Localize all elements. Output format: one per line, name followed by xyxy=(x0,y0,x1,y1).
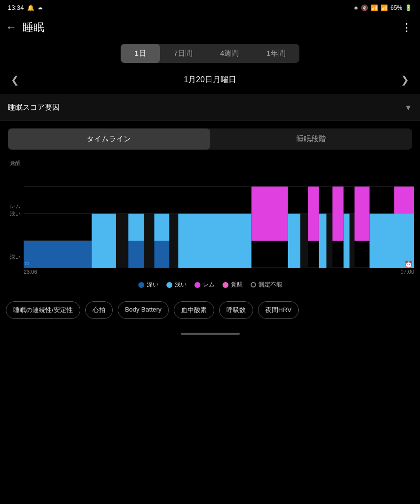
legend-dot-unknown xyxy=(251,282,256,287)
legend-unknown: 測定不能 xyxy=(251,281,282,289)
chip-nighttime-hrv[interactable]: 夜間HRV xyxy=(258,301,299,319)
section-title: 睡眠スコア要因 xyxy=(8,103,60,112)
status-icon2: ☁ xyxy=(37,4,43,11)
svg-text:ᶻᶻ: ᶻᶻ xyxy=(25,260,30,268)
battery-label: 65% xyxy=(390,4,402,11)
next-date-button[interactable]: ❯ xyxy=(396,71,414,89)
legend-dot-light xyxy=(166,282,172,288)
bottom-nav-indicator xyxy=(181,333,240,335)
status-time: 13:34 🔔 ☁ xyxy=(8,4,43,11)
chart-canvas: ᶻᶻ ⏰ 23:06 07:00 xyxy=(24,159,414,275)
svg-rect-21 xyxy=(344,214,350,268)
svg-rect-18 xyxy=(319,214,326,268)
svg-rect-6 xyxy=(116,214,128,268)
wifi-icon: 📶 xyxy=(371,4,378,11)
chip-sleep-continuity[interactable]: 睡眠の連続性/安定性 xyxy=(6,301,80,319)
y-label-light: 浅い xyxy=(6,210,21,218)
chips-row: 睡眠の連続性/安定性 心拍 Body Battery 血中酸素 呼吸数 夜間HR… xyxy=(0,297,420,329)
sleep-chart-area: 覚醒 レム 浅い 深い xyxy=(6,159,414,275)
legend-dot-rem xyxy=(194,282,200,288)
page-title: 睡眠 xyxy=(23,20,44,35)
status-right-icons: ∗ 🔇 📶 📶 65% 🔋 xyxy=(354,4,412,11)
chevron-down-icon: ▼ xyxy=(404,103,412,112)
chip-heart-rate[interactable]: 心拍 xyxy=(85,301,113,319)
tab-7days[interactable]: 7日間 xyxy=(160,44,206,63)
header-left: ← 睡眠 xyxy=(6,20,44,35)
legend-label-unknown: 測定不能 xyxy=(258,281,282,289)
sleep-chart-svg: ᶻᶻ ⏰ xyxy=(24,159,414,268)
y-label-rem: レム xyxy=(6,203,21,210)
legend-label-light: 浅い xyxy=(175,281,187,289)
date-navigation: ❮ 1月20日月曜日 ❯ xyxy=(0,69,420,94)
time-label: 13:34 xyxy=(8,4,24,11)
header: ← 睡眠 ⋮ xyxy=(0,15,420,40)
legend-light: 浅い xyxy=(166,281,187,289)
legend-label-rem: レム xyxy=(203,281,215,289)
svg-rect-20 xyxy=(332,187,343,241)
bluetooth-icon: ∗ xyxy=(354,4,358,11)
divider-mid xyxy=(0,120,420,121)
legend-dot-awake xyxy=(223,282,228,288)
svg-rect-13 xyxy=(178,214,251,268)
legend-rem: レム xyxy=(194,281,215,289)
period-tabs: 1日 7日間 4週間 1年間 xyxy=(121,44,299,63)
legend-label-awake: 覚醒 xyxy=(231,281,243,289)
legend-awake: 覚醒 xyxy=(223,281,243,289)
prev-date-button[interactable]: ❮ xyxy=(6,71,24,89)
svg-rect-16 xyxy=(300,214,308,268)
start-time: 23:06 xyxy=(24,269,37,275)
sub-tab-group: タイムライン 睡眠段階 xyxy=(8,128,412,150)
y-axis: 覚醒 レム 浅い 深い xyxy=(6,159,24,275)
chip-body-battery[interactable]: Body Battery xyxy=(118,301,169,319)
tab-1day[interactable]: 1日 xyxy=(121,44,160,63)
tab-timeline[interactable]: タイムライン xyxy=(8,128,210,150)
svg-rect-19 xyxy=(326,214,332,268)
svg-rect-8 xyxy=(128,214,144,241)
svg-rect-12 xyxy=(169,214,178,268)
back-button[interactable]: ← xyxy=(6,21,17,34)
chip-respiration[interactable]: 呼吸数 xyxy=(219,301,253,319)
chart-legend: 深い 浅い レム 覚醒 測定不能 xyxy=(0,281,420,289)
svg-rect-4 xyxy=(24,241,92,268)
legend-deep: 深い xyxy=(138,281,159,289)
chip-blood-oxygen[interactable]: 血中酸素 xyxy=(174,301,214,319)
status-bar: 13:34 🔔 ☁ ∗ 🔇 📶 📶 65% 🔋 xyxy=(0,0,420,15)
svg-rect-15 xyxy=(288,214,300,268)
svg-text:⏰: ⏰ xyxy=(404,260,413,268)
svg-rect-24 xyxy=(370,214,414,268)
svg-rect-17 xyxy=(308,187,319,241)
more-button[interactable]: ⋮ xyxy=(401,21,412,34)
battery-icon: 🔋 xyxy=(405,4,412,11)
end-time: 07:00 xyxy=(400,269,414,275)
mute-icon: 🔇 xyxy=(361,4,368,11)
tab-1year[interactable]: 1年間 xyxy=(253,44,299,63)
svg-rect-23 xyxy=(355,187,370,241)
tab-4weeks[interactable]: 4週間 xyxy=(206,44,253,63)
svg-rect-14 xyxy=(252,187,288,241)
svg-rect-9 xyxy=(144,214,154,268)
legend-label-deep: 深い xyxy=(147,281,159,289)
y-label-deep: 深い xyxy=(6,253,21,261)
time-labels: 23:06 07:00 xyxy=(24,269,414,275)
current-date: 1月20日月曜日 xyxy=(184,75,236,85)
chart-wrapper: 覚醒 レム 浅い 深い xyxy=(6,159,414,275)
alarm-status-icon: 🔔 xyxy=(27,4,34,11)
period-tab-group: 1日 7日間 4週間 1年間 xyxy=(8,44,412,63)
legend-dot-deep xyxy=(138,282,144,288)
svg-rect-25 xyxy=(394,187,414,214)
svg-rect-7 xyxy=(128,241,144,268)
signal-icon: 📶 xyxy=(381,4,388,11)
tab-sleep-stages[interactable]: 睡眠段階 xyxy=(210,128,413,150)
svg-rect-10 xyxy=(154,241,169,268)
y-label-awake: 覚醒 xyxy=(6,159,21,167)
svg-rect-11 xyxy=(154,214,169,241)
svg-rect-5 xyxy=(92,214,116,268)
svg-rect-22 xyxy=(350,214,355,268)
section-header[interactable]: 睡眠スコア要因 ▼ xyxy=(0,95,420,120)
